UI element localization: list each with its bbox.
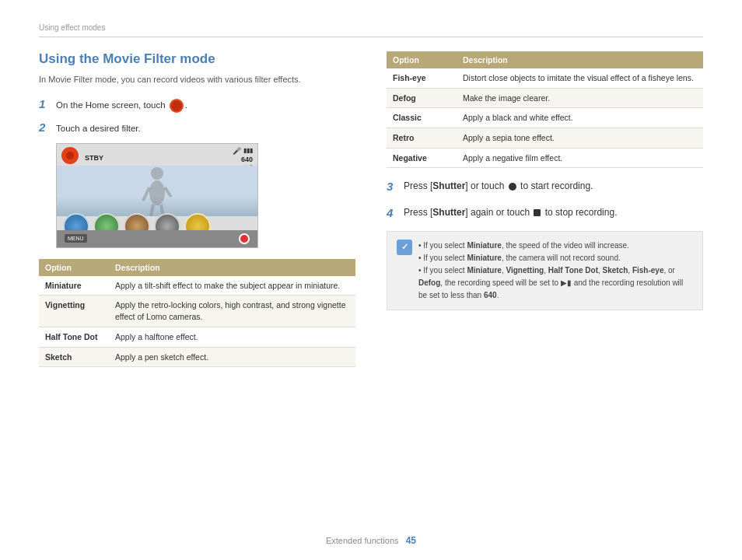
page-number: 45 xyxy=(406,535,416,546)
section-intro: In Movie Filter mode, you can record vid… xyxy=(39,73,355,86)
desc-cell: Make the image clearer. xyxy=(457,88,703,108)
svg-line-2 xyxy=(143,187,149,201)
step-2: 2 Touch a desired filter. xyxy=(39,121,355,135)
step-3: 3 Press [Shutter] or touch to start reco… xyxy=(387,179,703,194)
note-bullet-3: • If you select Miniature, Vignetting, H… xyxy=(418,264,693,302)
step-1: 1 On the Home screen, touch . xyxy=(39,97,355,113)
step-2-text: Touch a desired filter. xyxy=(56,122,141,135)
table-header-left: Option Description xyxy=(39,259,355,276)
step-2-number: 2 xyxy=(39,121,51,134)
option-cell: Vignetting xyxy=(39,296,109,327)
option-cell: Miniature xyxy=(39,276,109,296)
option-cell: Classic xyxy=(387,108,457,128)
footer-label: Extended functions xyxy=(326,536,399,545)
right-column: Option Description Fish-eyeDistort close… xyxy=(387,51,703,378)
table-row: SketchApply a pen sketch effect. xyxy=(39,347,355,367)
desc-cell: Apply a halftone effect. xyxy=(109,327,355,347)
record-button xyxy=(239,233,250,244)
options-table-right: Option Description Fish-eyeDistort close… xyxy=(387,51,703,168)
table-row: MiniatureApply a tilt-shift effect to ma… xyxy=(39,276,355,296)
table-row: NegativeApply a negative film effect. xyxy=(387,148,703,168)
col-option-right: Option xyxy=(387,51,457,68)
desc-cell: Distort close objects to imitate the vis… xyxy=(457,68,703,88)
rec-icon xyxy=(61,147,79,164)
step-1-text: On the Home screen, touch . xyxy=(56,99,187,113)
table-row: Fish-eyeDistort close objects to imitate… xyxy=(387,68,703,88)
page-container: Using effect modes Using the Movie Filte… xyxy=(0,0,742,560)
cam-bottom-bar: MENU xyxy=(57,230,257,247)
col-option-left: Option xyxy=(39,259,109,276)
svg-line-3 xyxy=(165,187,171,197)
stby-label: STBY xyxy=(85,154,103,162)
cam-background xyxy=(57,166,257,216)
note-box: ✓ • If you select Miniature, the speed o… xyxy=(387,231,703,310)
col-desc-right: Description xyxy=(457,51,703,68)
battery-icon: ▮▮▮ xyxy=(243,147,253,154)
table-header-right: Option Description xyxy=(387,51,703,68)
desc-cell: Apply the retro-locking colors, high con… xyxy=(109,296,355,327)
page-footer: Extended functions 45 xyxy=(0,535,742,546)
option-cell: Defog xyxy=(387,88,457,108)
section-title: Using the Movie Filter mode xyxy=(39,51,355,67)
desc-cell: Apply a sepia tone effect. xyxy=(457,128,703,149)
note-content: • If you select Miniature, the speed of … xyxy=(418,240,693,302)
note-bullet-1: • If you select Miniature, the speed of … xyxy=(418,240,693,252)
step-3-number: 3 xyxy=(387,180,399,193)
svg-point-0 xyxy=(151,167,163,180)
desc-cell: Apply a black and white effect. xyxy=(457,108,703,128)
step-3-text: Press [Shutter] or touch to start record… xyxy=(404,179,593,194)
options-table-left: Option Description MiniatureApply a tilt… xyxy=(39,259,355,367)
desc-cell: Apply a pen sketch effect. xyxy=(109,347,355,367)
table-row: RetroApply a sepia tone effect. xyxy=(387,128,703,149)
mic-icon: 🎤 xyxy=(233,147,241,155)
person-silhouette xyxy=(142,166,173,216)
circle-icon xyxy=(509,183,516,191)
menu-button: MENU xyxy=(65,234,87,243)
step-1-number: 1 xyxy=(39,97,51,110)
desc-cell: Apply a negative film effect. xyxy=(457,148,703,168)
note-icon: ✓ xyxy=(397,240,412,255)
option-cell: Fish-eye xyxy=(387,68,457,88)
camera-screen: STBY 🎤 ▮▮▮ 640 ▶▮ xyxy=(56,143,258,248)
col-desc-left: Description xyxy=(109,259,355,276)
desc-cell: Apply a tilt-shift effect to make the su… xyxy=(109,276,355,296)
section-label: Using effect modes xyxy=(39,23,703,37)
resolution-label: 640 xyxy=(241,156,253,163)
left-column: Using the Movie Filter mode In Movie Fil… xyxy=(39,51,355,378)
step-4-number: 4 xyxy=(387,206,399,219)
option-cell: Negative xyxy=(387,148,457,168)
option-cell: Retro xyxy=(387,128,457,149)
option-cell: Half Tone Dot xyxy=(39,327,109,347)
main-content: Using the Movie Filter mode In Movie Fil… xyxy=(39,51,703,378)
step-4: 4 Press [Shutter] again or touch to stop… xyxy=(387,205,703,220)
square-icon xyxy=(534,209,541,216)
table-row: Half Tone DotApply a halftone effect. xyxy=(39,327,355,347)
svg-point-1 xyxy=(149,180,165,205)
table-row: ClassicApply a black and white effect. xyxy=(387,108,703,128)
step-4-text: Press [Shutter] again or touch to stop r… xyxy=(404,205,617,220)
option-cell: Sketch xyxy=(39,347,109,367)
note-bullet-2: • If you select Miniature, the camera wi… xyxy=(418,252,693,264)
table-row: DefogMake the image clearer. xyxy=(387,88,703,108)
table-row: VignettingApply the retro-locking colors… xyxy=(39,296,355,327)
